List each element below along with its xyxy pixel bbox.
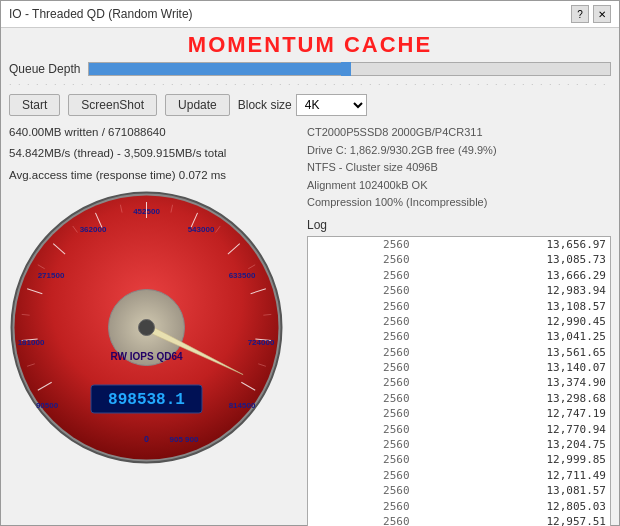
stats-line3: Avg.access time (response time) 0.072 ms [9, 167, 299, 184]
log-row: 256013,656.97 [308, 237, 610, 252]
main-content: 640.00MB written / 671088640 54.842MB/s … [1, 120, 619, 526]
separator-dots: · · · · · · · · · · · · · · · · · · · · … [1, 78, 619, 90]
start-button[interactable]: Start [9, 94, 60, 116]
log-row: 256013,374.90 [308, 375, 610, 390]
title-bar: IO - Threaded QD (Random Write) ? ✕ [1, 1, 619, 28]
gauge-container: 0 90500 181000 271500 362000 452500 5430… [9, 190, 284, 465]
svg-text:452500: 452500 [133, 207, 160, 216]
log-col1: 2560 [308, 452, 418, 467]
log-label: Log [307, 218, 611, 232]
close-button[interactable]: ✕ [593, 5, 611, 23]
svg-text:271500: 271500 [38, 271, 65, 280]
log-col2: 12,999.85 [418, 452, 610, 467]
log-row: 256013,298.68 [308, 391, 610, 406]
window-title: IO - Threaded QD (Random Write) [9, 7, 193, 21]
log-col2: 12,770.94 [418, 422, 610, 437]
help-button[interactable]: ? [571, 5, 589, 23]
log-col1: 2560 [308, 499, 418, 514]
log-row: 256012,711.49 [308, 468, 610, 483]
log-row: 256013,561.65 [308, 345, 610, 360]
log-row: 256012,990.45 [308, 314, 610, 329]
svg-text:362000: 362000 [80, 225, 107, 234]
main-window: IO - Threaded QD (Random Write) ? ✕ MOME… [0, 0, 620, 526]
log-row: 256013,081.57 [308, 483, 610, 498]
log-row: 256013,140.07 [308, 360, 610, 375]
log-col2: 12,747.19 [418, 406, 610, 421]
log-col2: 12,805.03 [418, 499, 610, 514]
log-col2: 13,081.57 [418, 483, 610, 498]
log-col1: 2560 [308, 329, 418, 344]
screenshot-button[interactable]: ScreenShot [68, 94, 157, 116]
log-table: 256013,656.97256013,085.73256013,666.292… [308, 237, 610, 526]
log-col1: 2560 [308, 375, 418, 390]
svg-text:181000: 181000 [18, 338, 45, 347]
svg-text:814500: 814500 [229, 401, 256, 410]
log-row: 256012,770.94 [308, 422, 610, 437]
block-size-select[interactable]: 4K 512B1K2K 8K16K32K64K 128K256K512K 1M2… [296, 94, 367, 116]
log-row: 256012,747.19 [308, 406, 610, 421]
log-col2: 13,204.75 [418, 437, 610, 452]
log-container[interactable]: 256013,656.97256013,085.73256013,666.292… [307, 236, 611, 526]
log-col1: 2560 [308, 299, 418, 314]
log-col2: 12,711.49 [418, 468, 610, 483]
log-row: 256013,041.25 [308, 329, 610, 344]
log-row: 256013,666.29 [308, 268, 610, 283]
drive-compression: Compression 100% (Incompressible) [307, 194, 611, 212]
log-col2: 13,085.73 [418, 252, 610, 267]
log-row: 256012,805.03 [308, 499, 610, 514]
log-col2: 13,140.07 [418, 360, 610, 375]
gauge-svg: 0 90500 181000 271500 362000 452500 5430… [9, 190, 284, 465]
controls-row: Start ScreenShot Update Block size 4K 51… [1, 90, 619, 120]
log-col2: 13,298.68 [418, 391, 610, 406]
log-col2: 12,990.45 [418, 314, 610, 329]
stats-line1: 640.00MB written / 671088640 [9, 124, 299, 141]
svg-text:543000: 543000 [188, 225, 215, 234]
svg-text:633500: 633500 [229, 271, 256, 280]
momentum-header: MOMENTUM CACHE [1, 28, 619, 60]
log-col2: 13,666.29 [418, 268, 610, 283]
log-col1: 2560 [308, 268, 418, 283]
log-col1: 2560 [308, 314, 418, 329]
svg-point-37 [139, 319, 155, 335]
log-col2: 13,041.25 [418, 329, 610, 344]
queue-depth-row: Queue Depth [1, 60, 619, 78]
log-col1: 2560 [308, 406, 418, 421]
log-row: 256013,204.75 [308, 437, 610, 452]
svg-text:905 900: 905 900 [170, 435, 199, 444]
log-row: 256012,999.85 [308, 452, 610, 467]
drive-fs: NTFS - Cluster size 4096B [307, 159, 611, 177]
log-row: 256013,108.57 [308, 299, 610, 314]
drive-model: CT2000P5SSD8 2000GB/P4CR311 [307, 124, 611, 142]
svg-text:90500: 90500 [36, 401, 59, 410]
update-button[interactable]: Update [165, 94, 230, 116]
svg-text:724000: 724000 [248, 338, 275, 347]
log-col1: 2560 [308, 252, 418, 267]
log-col1: 2560 [308, 514, 418, 526]
log-col1: 2560 [308, 237, 418, 252]
queue-depth-label: Queue Depth [9, 62, 80, 76]
log-col1: 2560 [308, 468, 418, 483]
log-col1: 2560 [308, 422, 418, 437]
log-row: 256012,983.94 [308, 283, 610, 298]
log-row: 256012,957.51 [308, 514, 610, 526]
log-col1: 2560 [308, 483, 418, 498]
svg-text:RW IOPS QD64: RW IOPS QD64 [110, 351, 182, 362]
left-panel: 640.00MB written / 671088640 54.842MB/s … [9, 124, 299, 526]
svg-text:898538.1: 898538.1 [108, 391, 185, 409]
queue-depth-slider[interactable] [88, 62, 611, 76]
log-col1: 2560 [308, 391, 418, 406]
log-col1: 2560 [308, 345, 418, 360]
log-col2: 13,374.90 [418, 375, 610, 390]
log-col1: 2560 [308, 437, 418, 452]
log-row: 256013,085.73 [308, 252, 610, 267]
window-controls: ? ✕ [571, 5, 611, 23]
block-size-group: Block size 4K 512B1K2K 8K16K32K64K 128K2… [238, 94, 367, 116]
log-col2: 13,656.97 [418, 237, 610, 252]
drive-alignment: Alignment 102400kB OK [307, 177, 611, 195]
log-col1: 2560 [308, 283, 418, 298]
log-col2: 12,957.51 [418, 514, 610, 526]
stats-line2: 54.842MB/s (thread) - 3,509.915MB/s tota… [9, 145, 299, 162]
log-col2: 13,561.65 [418, 345, 610, 360]
right-panel: CT2000P5SSD8 2000GB/P4CR311 Drive C: 1,8… [307, 124, 611, 526]
drive-space: Drive C: 1,862.9/930.2GB free (49.9%) [307, 142, 611, 160]
